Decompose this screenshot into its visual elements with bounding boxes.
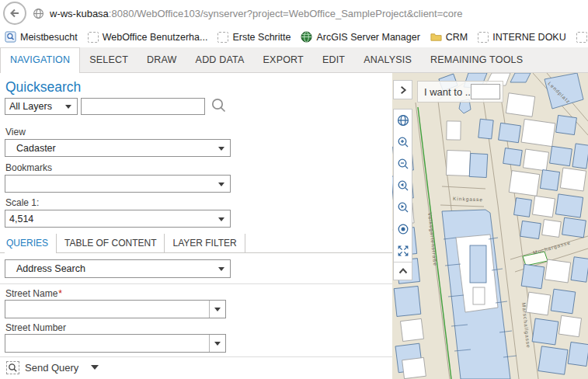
previous-extent-button[interactable] bbox=[394, 175, 412, 196]
tab-analysis[interactable]: ANALYSIS bbox=[354, 47, 421, 72]
send-query-button[interactable]: Send Query bbox=[6, 361, 99, 374]
bookmark-label: CRM bbox=[446, 32, 468, 43]
quicksearch-input[interactable] bbox=[81, 98, 205, 115]
subtab-queries[interactable]: QUERIES bbox=[5, 234, 57, 253]
tab-remaining-tools[interactable]: REMAINING TOOLS bbox=[421, 47, 532, 72]
center-map-icon bbox=[396, 222, 410, 236]
zoom-in-button[interactable] bbox=[394, 131, 412, 153]
chevron-down-icon bbox=[214, 342, 221, 349]
chevron-down-icon bbox=[218, 147, 224, 154]
bookmark-label: Erste Schritte bbox=[232, 32, 291, 43]
bookmark-crm[interactable]: CRM bbox=[430, 31, 468, 43]
bookmarks-label: Bookmarks bbox=[5, 162, 52, 173]
street-number-input[interactable] bbox=[5, 335, 209, 352]
weboffice-app: w-ws-kubasa:8080/WebOffice103/synserver?… bbox=[0, 0, 588, 379]
divider bbox=[0, 283, 392, 284]
quicksearch-layer-value: All Layers bbox=[9, 101, 52, 112]
street-number-dropdown-button[interactable] bbox=[209, 335, 225, 352]
folder-icon bbox=[430, 31, 442, 43]
quicksearch-title: Quicksearch bbox=[5, 79, 81, 96]
placeholder-icon bbox=[217, 32, 228, 43]
chevron-down-icon bbox=[214, 308, 221, 315]
placeholder-icon bbox=[88, 32, 99, 43]
send-query-icon bbox=[6, 361, 19, 374]
bookmark-erste-schritte[interactable]: Erste Schritte bbox=[217, 32, 291, 43]
bookmark-label: ArcGIS Server Manager bbox=[316, 32, 419, 43]
full-extent-button[interactable] bbox=[394, 240, 412, 262]
street-number-label: Street Number bbox=[5, 322, 67, 333]
tab-navigation[interactable]: NAVIGATION bbox=[0, 47, 80, 74]
site-globe-icon bbox=[33, 8, 44, 19]
street-number-combo[interactable] bbox=[5, 334, 226, 353]
zoom-out-button[interactable] bbox=[394, 153, 412, 175]
tab-select[interactable]: SELECT bbox=[80, 47, 137, 72]
street-name-combo[interactable] bbox=[5, 300, 226, 318]
globe-icon bbox=[301, 31, 312, 43]
placeholder-icon bbox=[478, 32, 489, 43]
map-toolbar bbox=[393, 109, 412, 280]
street-name-dropdown-button[interactable] bbox=[209, 301, 225, 318]
back-arrow-icon bbox=[9, 7, 21, 19]
chevron-down-icon bbox=[218, 183, 224, 190]
scale-label: Scale 1: bbox=[5, 197, 39, 208]
view-value: Cadaster bbox=[16, 143, 56, 154]
bookmark-label: Meistbesucht bbox=[20, 32, 78, 43]
tab-edit[interactable]: EDIT bbox=[313, 47, 354, 72]
required-mark: * bbox=[58, 288, 62, 299]
subtab-table-of-content[interactable]: TABLE OF CONTENT bbox=[57, 234, 165, 252]
full-extent-icon bbox=[396, 244, 410, 258]
chevron-down-icon bbox=[65, 105, 71, 112]
divider bbox=[0, 356, 392, 357]
scale-select[interactable]: 4,514 bbox=[5, 210, 231, 228]
street-name-input[interactable] bbox=[5, 301, 209, 318]
bookmark-arcgis-server-manager[interactable]: ArcGIS Server Manager bbox=[301, 31, 419, 43]
street-name-label: Street Name* bbox=[5, 288, 62, 299]
center-map-button[interactable] bbox=[394, 218, 412, 240]
most-visited-icon bbox=[5, 31, 16, 43]
bookmark-label: WebOffice Benutzerha... bbox=[103, 32, 208, 43]
query-type-select[interactable]: Address Search bbox=[5, 259, 231, 278]
next-extent-button[interactable] bbox=[394, 196, 412, 218]
bookmarks-select[interactable] bbox=[5, 175, 231, 193]
address-bar[interactable]: w-ws-kubasa:8080/WebOffice103/synserver?… bbox=[50, 8, 463, 19]
i-want-to-widget[interactable]: I want to ... bbox=[417, 81, 503, 103]
bookmark-interne-doku[interactable]: INTERNE DOKU bbox=[478, 32, 565, 43]
scale-value: 4,514 bbox=[9, 214, 33, 224]
zoom-in-icon bbox=[396, 135, 410, 149]
url-path: :8080/WebOffice103/synserver?project=Web… bbox=[109, 8, 463, 19]
bookmark-most-visited[interactable]: Meistbesucht bbox=[5, 31, 78, 43]
i-want-to-label: I want to ... bbox=[418, 86, 474, 98]
tab-draw[interactable]: DRAW bbox=[137, 47, 186, 72]
quicksearch-layer-select[interactable]: All Layers bbox=[5, 98, 78, 115]
main-tab-bar: NAVIGATION SELECT DRAW ADD DATA EXPORT E… bbox=[0, 47, 588, 73]
chevron-right-icon bbox=[398, 85, 409, 96]
panel-expand-button[interactable] bbox=[393, 80, 412, 99]
i-want-to-input[interactable] bbox=[471, 84, 500, 99]
previous-extent-icon bbox=[396, 179, 410, 193]
view-select[interactable]: Cadaster bbox=[5, 139, 231, 157]
subtab-layer-filter[interactable]: LAYER FILTER bbox=[165, 234, 245, 252]
chevron-down-icon bbox=[218, 267, 224, 274]
url-host: w-ws-kubasa bbox=[50, 8, 109, 19]
zoom-out-icon bbox=[396, 157, 410, 171]
query-type-value: Address Search bbox=[16, 263, 85, 274]
bookmark-weboffice-benutzerhandbuch[interactable]: WebOffice Benutzerha... bbox=[88, 32, 208, 43]
navigation-panel: Quicksearch All Layers View Cadaster Boo… bbox=[0, 73, 392, 379]
panel-sub-tabs: QUERIES TABLE OF CONTENT LAYER FILTER bbox=[0, 234, 392, 253]
globe-icon bbox=[396, 113, 410, 127]
back-button[interactable] bbox=[3, 2, 26, 25]
tab-add-data[interactable]: ADD DATA bbox=[186, 47, 254, 72]
bookmark-label: INTERNE DOKU bbox=[492, 32, 565, 43]
send-query-label: Send Query bbox=[25, 362, 78, 374]
tab-export[interactable]: EXPORT bbox=[254, 47, 313, 72]
collapse-toolbar-button[interactable] bbox=[394, 262, 412, 280]
quicksearch-search-button[interactable] bbox=[210, 96, 228, 115]
bookmark-mantis[interactable]: Mantis bbox=[576, 32, 588, 43]
next-extent-icon bbox=[396, 200, 410, 214]
map-canvas[interactable]: Kinkgasse Volksgartenstraße Marschallgas… bbox=[392, 73, 588, 379]
search-icon bbox=[210, 96, 228, 115]
chevron-down-icon[interactable] bbox=[91, 365, 99, 374]
map-viewport[interactable]: Kinkgasse Volksgartenstraße Marschallgas… bbox=[392, 73, 588, 379]
browser-url-bar: w-ws-kubasa:8080/WebOffice103/synserver?… bbox=[0, 0, 588, 27]
overview-globe-button[interactable] bbox=[394, 110, 412, 131]
